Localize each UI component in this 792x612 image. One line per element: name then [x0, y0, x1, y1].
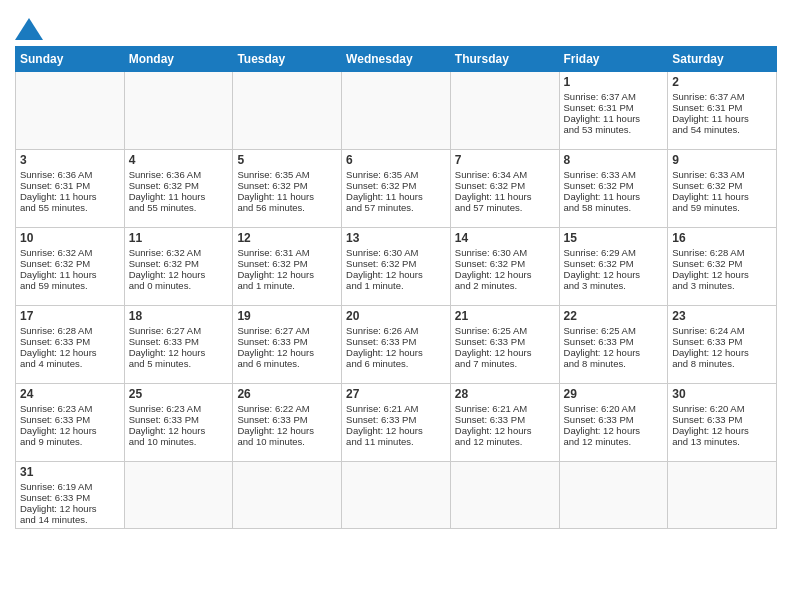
day-number: 6: [346, 153, 446, 167]
week-row-4: 17Sunrise: 6:28 AMSunset: 6:33 PMDayligh…: [16, 306, 777, 384]
day-cell: 22Sunrise: 6:25 AMSunset: 6:33 PMDayligh…: [559, 306, 668, 384]
day-cell: [342, 462, 451, 529]
logo: [15, 16, 47, 40]
header-day-friday: Friday: [559, 47, 668, 72]
day-cell: 30Sunrise: 6:20 AMSunset: 6:33 PMDayligh…: [668, 384, 777, 462]
day-number: 28: [455, 387, 555, 401]
day-number: 12: [237, 231, 337, 245]
day-cell: 19Sunrise: 6:27 AMSunset: 6:33 PMDayligh…: [233, 306, 342, 384]
day-cell: [450, 72, 559, 150]
day-number: 8: [564, 153, 664, 167]
day-number: 29: [564, 387, 664, 401]
week-row-6: 31Sunrise: 6:19 AMSunset: 6:33 PMDayligh…: [16, 462, 777, 529]
day-cell: 7Sunrise: 6:34 AMSunset: 6:32 PMDaylight…: [450, 150, 559, 228]
day-cell: 31Sunrise: 6:19 AMSunset: 6:33 PMDayligh…: [16, 462, 125, 529]
day-number: 22: [564, 309, 664, 323]
week-row-5: 24Sunrise: 6:23 AMSunset: 6:33 PMDayligh…: [16, 384, 777, 462]
day-cell: 4Sunrise: 6:36 AMSunset: 6:32 PMDaylight…: [124, 150, 233, 228]
week-row-3: 10Sunrise: 6:32 AMSunset: 6:32 PMDayligh…: [16, 228, 777, 306]
day-cell: [342, 72, 451, 150]
day-number: 11: [129, 231, 229, 245]
day-cell: 15Sunrise: 6:29 AMSunset: 6:32 PMDayligh…: [559, 228, 668, 306]
day-number: 3: [20, 153, 120, 167]
calendar-table: SundayMondayTuesdayWednesdayThursdayFrid…: [15, 46, 777, 529]
day-number: 27: [346, 387, 446, 401]
day-cell: 8Sunrise: 6:33 AMSunset: 6:32 PMDaylight…: [559, 150, 668, 228]
day-number: 5: [237, 153, 337, 167]
day-cell: 16Sunrise: 6:28 AMSunset: 6:32 PMDayligh…: [668, 228, 777, 306]
day-cell: 17Sunrise: 6:28 AMSunset: 6:33 PMDayligh…: [16, 306, 125, 384]
day-number: 25: [129, 387, 229, 401]
header-day-monday: Monday: [124, 47, 233, 72]
day-cell: 25Sunrise: 6:23 AMSunset: 6:33 PMDayligh…: [124, 384, 233, 462]
header-day-sunday: Sunday: [16, 47, 125, 72]
week-row-2: 3Sunrise: 6:36 AMSunset: 6:31 PMDaylight…: [16, 150, 777, 228]
day-cell: 9Sunrise: 6:33 AMSunset: 6:32 PMDaylight…: [668, 150, 777, 228]
day-number: 15: [564, 231, 664, 245]
day-number: 20: [346, 309, 446, 323]
day-number: 13: [346, 231, 446, 245]
day-cell: 29Sunrise: 6:20 AMSunset: 6:33 PMDayligh…: [559, 384, 668, 462]
calendar-header: SundayMondayTuesdayWednesdayThursdayFrid…: [16, 47, 777, 72]
day-number: 31: [20, 465, 120, 479]
header: [15, 10, 777, 40]
day-cell: 23Sunrise: 6:24 AMSunset: 6:33 PMDayligh…: [668, 306, 777, 384]
day-cell: [124, 72, 233, 150]
day-cell: 10Sunrise: 6:32 AMSunset: 6:32 PMDayligh…: [16, 228, 125, 306]
day-number: 23: [672, 309, 772, 323]
day-cell: [450, 462, 559, 529]
day-cell: 20Sunrise: 6:26 AMSunset: 6:33 PMDayligh…: [342, 306, 451, 384]
day-cell: [233, 72, 342, 150]
day-cell: [668, 462, 777, 529]
day-cell: 3Sunrise: 6:36 AMSunset: 6:31 PMDaylight…: [16, 150, 125, 228]
day-number: 1: [564, 75, 664, 89]
day-number: 10: [20, 231, 120, 245]
day-number: 24: [20, 387, 120, 401]
day-cell: 27Sunrise: 6:21 AMSunset: 6:33 PMDayligh…: [342, 384, 451, 462]
logo-triangle-icon: [15, 18, 43, 40]
header-day-saturday: Saturday: [668, 47, 777, 72]
header-day-wednesday: Wednesday: [342, 47, 451, 72]
day-cell: [233, 462, 342, 529]
header-day-thursday: Thursday: [450, 47, 559, 72]
day-cell: 18Sunrise: 6:27 AMSunset: 6:33 PMDayligh…: [124, 306, 233, 384]
day-number: 30: [672, 387, 772, 401]
day-number: 19: [237, 309, 337, 323]
day-number: 26: [237, 387, 337, 401]
day-cell: 24Sunrise: 6:23 AMSunset: 6:33 PMDayligh…: [16, 384, 125, 462]
day-cell: 2Sunrise: 6:37 AMSunset: 6:31 PMDaylight…: [668, 72, 777, 150]
day-cell: [16, 72, 125, 150]
day-number: 2: [672, 75, 772, 89]
day-number: 4: [129, 153, 229, 167]
day-number: 16: [672, 231, 772, 245]
day-number: 17: [20, 309, 120, 323]
day-number: 14: [455, 231, 555, 245]
day-number: 21: [455, 309, 555, 323]
day-number: 7: [455, 153, 555, 167]
day-number: 18: [129, 309, 229, 323]
day-cell: 21Sunrise: 6:25 AMSunset: 6:33 PMDayligh…: [450, 306, 559, 384]
day-cell: [559, 462, 668, 529]
day-cell: 13Sunrise: 6:30 AMSunset: 6:32 PMDayligh…: [342, 228, 451, 306]
day-cell: 11Sunrise: 6:32 AMSunset: 6:32 PMDayligh…: [124, 228, 233, 306]
header-row: SundayMondayTuesdayWednesdayThursdayFrid…: [16, 47, 777, 72]
calendar-body: 1Sunrise: 6:37 AMSunset: 6:31 PMDaylight…: [16, 72, 777, 529]
day-cell: 14Sunrise: 6:30 AMSunset: 6:32 PMDayligh…: [450, 228, 559, 306]
day-cell: 26Sunrise: 6:22 AMSunset: 6:33 PMDayligh…: [233, 384, 342, 462]
day-cell: 5Sunrise: 6:35 AMSunset: 6:32 PMDaylight…: [233, 150, 342, 228]
day-cell: 1Sunrise: 6:37 AMSunset: 6:31 PMDaylight…: [559, 72, 668, 150]
day-number: 9: [672, 153, 772, 167]
day-cell: 28Sunrise: 6:21 AMSunset: 6:33 PMDayligh…: [450, 384, 559, 462]
day-cell: 12Sunrise: 6:31 AMSunset: 6:32 PMDayligh…: [233, 228, 342, 306]
header-day-tuesday: Tuesday: [233, 47, 342, 72]
week-row-1: 1Sunrise: 6:37 AMSunset: 6:31 PMDaylight…: [16, 72, 777, 150]
day-cell: 6Sunrise: 6:35 AMSunset: 6:32 PMDaylight…: [342, 150, 451, 228]
day-cell: [124, 462, 233, 529]
